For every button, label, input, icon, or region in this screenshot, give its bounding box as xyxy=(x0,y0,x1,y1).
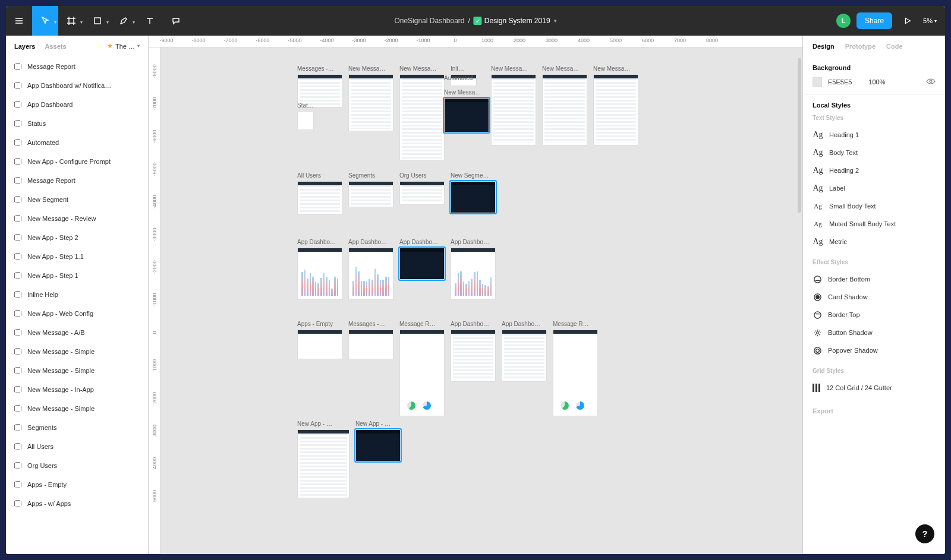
frame-label: App Dashbo… xyxy=(451,321,496,327)
layer-item[interactable]: Automated xyxy=(6,133,148,152)
tab-assets[interactable]: Assets xyxy=(45,43,66,50)
layer-label: Org Users xyxy=(27,462,57,469)
layer-item[interactable]: New App - Step 1 xyxy=(6,266,148,285)
layers-list[interactable]: Message ReportApp Dashboard w/ Notifica…… xyxy=(6,57,148,554)
layer-item[interactable]: New App - Web Config xyxy=(6,304,148,323)
zoom-control[interactable]: 5% ▾ xyxy=(923,17,937,24)
background-color-row[interactable]: E5E5E5 100% xyxy=(813,77,936,87)
layer-item[interactable]: Message Report xyxy=(6,57,148,76)
text-style-item[interactable]: AgMuted Small Body Text xyxy=(813,215,936,233)
layer-item[interactable]: Apps - Empty xyxy=(6,475,148,494)
text-style-item[interactable]: AgHeading 1 xyxy=(813,126,936,144)
canvas-frame[interactable] xyxy=(593,74,638,145)
grid-style-item[interactable]: 12 Col Grid / 24 Gutter xyxy=(813,379,936,397)
layer-label: Message Report xyxy=(27,177,75,184)
text-style-item[interactable]: AgSmall Body Text xyxy=(813,197,936,215)
layer-item[interactable]: New Segment xyxy=(6,190,148,209)
layer-item[interactable]: New Message - Simple xyxy=(6,399,148,418)
canvas-frame[interactable] xyxy=(297,248,342,300)
canvas-frame[interactable] xyxy=(348,330,393,359)
layer-label: New Message - Simple xyxy=(27,405,95,412)
canvas-frame[interactable] xyxy=(451,248,496,300)
layer-item[interactable]: Inline Help xyxy=(6,285,148,304)
layer-item[interactable]: New Message - In-App xyxy=(6,380,148,399)
tab-prototype[interactable]: Prototype xyxy=(845,43,876,50)
layer-label: Apps - w/ Apps xyxy=(27,500,71,507)
tab-layers[interactable]: Layers xyxy=(14,43,35,50)
layer-item[interactable]: New App - Configure Prompt xyxy=(6,152,148,171)
text-style-item[interactable]: AgLabel xyxy=(813,179,936,197)
canvas-frame[interactable] xyxy=(502,330,547,382)
layer-item[interactable]: All Users xyxy=(6,437,148,456)
frame-tool[interactable]: ▾ xyxy=(58,6,84,36)
text-tool[interactable] xyxy=(137,6,163,36)
canvas-frame[interactable] xyxy=(297,429,349,498)
visibility-toggle-icon[interactable] xyxy=(926,78,936,86)
tab-design[interactable]: Design xyxy=(813,43,835,50)
move-tool[interactable]: ▾ xyxy=(32,6,58,36)
frame-label: Message R… xyxy=(399,321,445,327)
zoom-value: 5% xyxy=(923,17,933,24)
canvas-frame[interactable] xyxy=(451,181,496,213)
effect-style-item[interactable]: Button Shadow xyxy=(813,324,936,341)
canvas-frame[interactable] xyxy=(297,181,342,214)
canvas-frame[interactable] xyxy=(297,111,314,130)
canvas-frame[interactable] xyxy=(348,248,393,300)
layer-item[interactable]: New App - Step 2 xyxy=(6,228,148,247)
comment-tool[interactable] xyxy=(163,6,189,36)
effect-style-item[interactable]: Border Bottom xyxy=(813,270,936,288)
menu-button[interactable] xyxy=(6,6,32,36)
layer-item[interactable]: Segments xyxy=(6,418,148,437)
bg-hex-value[interactable]: E5E5E5 xyxy=(828,78,852,86)
effect-style-item[interactable]: Popover Shadow xyxy=(813,341,936,359)
frame-label: App Dashbo… xyxy=(502,321,547,327)
document-title[interactable]: OneSignal Dashboard / ✓ Design System 20… xyxy=(394,17,556,25)
pen-tool[interactable]: ▾ xyxy=(111,6,137,36)
color-swatch[interactable] xyxy=(813,77,822,87)
layer-item[interactable]: Status xyxy=(6,114,148,133)
horizontal-ruler: -9000-8000-7000-6000-5000-4000-3000-2000… xyxy=(149,36,802,48)
effect-style-item[interactable]: Border Top xyxy=(813,306,936,324)
text-style-preview: Ag xyxy=(813,203,823,210)
tab-code[interactable]: Code xyxy=(886,43,903,50)
canvas-frame[interactable] xyxy=(399,248,445,280)
text-style-item[interactable]: AgBody Text xyxy=(813,144,936,162)
help-button[interactable]: ? xyxy=(915,524,934,543)
canvas-frame[interactable] xyxy=(297,330,342,359)
layer-item[interactable]: New Message - Simple xyxy=(6,361,148,380)
present-button[interactable] xyxy=(898,17,917,25)
frame-icon xyxy=(14,158,21,165)
layer-item[interactable]: Org Users xyxy=(6,456,148,475)
canvas-frame[interactable] xyxy=(451,330,496,382)
layer-item[interactable]: New Message - Review xyxy=(6,209,148,228)
layer-item[interactable]: App Dashboard xyxy=(6,95,148,114)
user-avatar[interactable]: L xyxy=(836,14,851,28)
canvas-frame[interactable] xyxy=(542,74,587,145)
layer-item[interactable]: New Message - A/B xyxy=(6,323,148,342)
text-style-preview: Ag xyxy=(813,166,823,175)
layer-item[interactable]: New App - Step 1.1 xyxy=(6,247,148,266)
canvas-frame[interactable] xyxy=(399,181,445,205)
layer-item[interactable]: Message Report xyxy=(6,171,148,190)
shape-tool[interactable]: ▾ xyxy=(84,6,111,36)
canvas-frame[interactable] xyxy=(444,98,489,132)
frame-label: New App - … xyxy=(297,420,349,427)
layer-item[interactable]: New Message - Simple xyxy=(6,342,148,361)
share-button[interactable]: Share xyxy=(856,12,892,29)
canvas-frame[interactable] xyxy=(399,330,445,416)
page-selector[interactable]: ★ The … ▾ xyxy=(107,42,140,50)
canvas-frame[interactable] xyxy=(399,74,445,161)
text-style-item[interactable]: AgHeading 2 xyxy=(813,162,936,179)
canvas-frame[interactable] xyxy=(491,74,536,145)
canvas-frame[interactable] xyxy=(348,74,393,131)
canvas-frame[interactable] xyxy=(553,330,598,416)
bg-opacity-value[interactable]: 100% xyxy=(868,78,885,86)
frame-icon xyxy=(67,16,76,26)
effect-style-item[interactable]: Card Shadow xyxy=(813,288,936,306)
layer-item[interactable]: Apps - w/ Apps xyxy=(6,494,148,513)
text-style-item[interactable]: AgMetric xyxy=(813,233,936,251)
canvas-frame[interactable] xyxy=(348,181,393,207)
layer-item[interactable]: App Dashboard w/ Notifica… xyxy=(6,76,148,95)
canvas[interactable]: Messages -…New Messa…New Messa…Inli… New… xyxy=(149,48,802,554)
canvas-frame[interactable] xyxy=(355,429,401,461)
